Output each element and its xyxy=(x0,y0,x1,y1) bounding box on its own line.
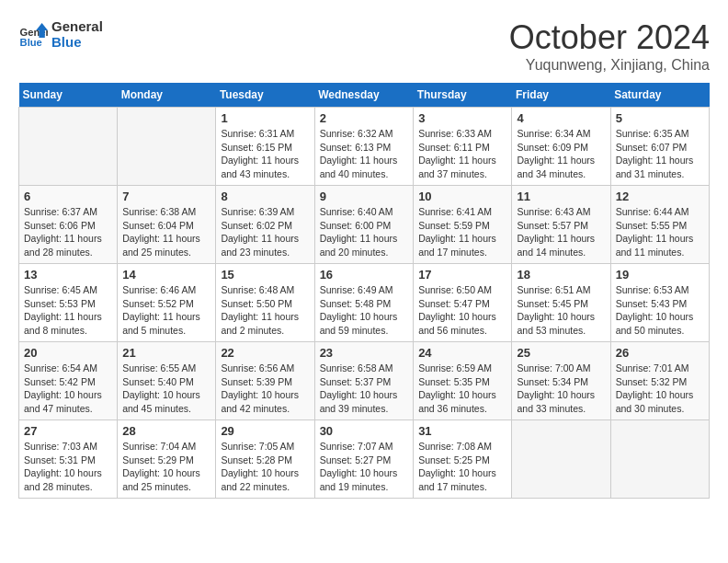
calendar-cell: 2Sunrise: 6:32 AM Sunset: 6:13 PM Daylig… xyxy=(314,108,414,186)
calendar-cell: 9Sunrise: 6:40 AM Sunset: 6:00 PM Daylig… xyxy=(314,186,414,264)
calendar-cell xyxy=(610,420,709,499)
day-info: Sunrise: 6:44 AM Sunset: 5:55 PM Dayligh… xyxy=(616,205,704,259)
day-header-monday: Monday xyxy=(118,83,216,108)
calendar-cell: 10Sunrise: 6:41 AM Sunset: 5:59 PM Dayli… xyxy=(414,186,512,264)
day-info: Sunrise: 6:43 AM Sunset: 5:57 PM Dayligh… xyxy=(517,205,605,259)
calendar-cell: 28Sunrise: 7:04 AM Sunset: 5:29 PM Dayli… xyxy=(118,420,216,499)
day-number: 22 xyxy=(221,346,309,360)
day-info: Sunrise: 6:40 AM Sunset: 6:00 PM Dayligh… xyxy=(320,205,409,259)
calendar-cell: 31Sunrise: 7:08 AM Sunset: 5:25 PM Dayli… xyxy=(414,420,512,499)
calendar-cell: 14Sunrise: 6:46 AM Sunset: 5:52 PM Dayli… xyxy=(118,264,216,342)
calendar-cell: 11Sunrise: 6:43 AM Sunset: 5:57 PM Dayli… xyxy=(512,186,610,264)
day-info: Sunrise: 6:32 AM Sunset: 6:13 PM Dayligh… xyxy=(320,127,409,181)
day-number: 27 xyxy=(24,424,112,438)
logo-icon: General Blue xyxy=(18,19,48,49)
day-info: Sunrise: 7:01 AM Sunset: 5:32 PM Dayligh… xyxy=(616,362,704,416)
day-number: 10 xyxy=(418,190,506,203)
day-info: Sunrise: 6:34 AM Sunset: 6:09 PM Dayligh… xyxy=(517,127,605,181)
day-info: Sunrise: 6:58 AM Sunset: 5:37 PM Dayligh… xyxy=(320,362,409,416)
day-number: 2 xyxy=(320,111,409,125)
day-number: 11 xyxy=(517,190,605,203)
calendar-cell: 20Sunrise: 6:54 AM Sunset: 5:42 PM Dayli… xyxy=(19,342,118,420)
calendar-table: SundayMondayTuesdayWednesdayThursdayFrid… xyxy=(18,83,710,499)
day-number: 25 xyxy=(517,346,605,360)
calendar-cell: 26Sunrise: 7:01 AM Sunset: 5:32 PM Dayli… xyxy=(610,342,709,420)
calendar-cell: 19Sunrise: 6:53 AM Sunset: 5:43 PM Dayli… xyxy=(610,264,709,342)
day-info: Sunrise: 6:35 AM Sunset: 6:07 PM Dayligh… xyxy=(616,127,704,181)
day-number: 15 xyxy=(221,268,309,282)
calendar-cell: 12Sunrise: 6:44 AM Sunset: 5:55 PM Dayli… xyxy=(610,186,709,264)
calendar-week-row: 27Sunrise: 7:03 AM Sunset: 5:31 PM Dayli… xyxy=(19,420,710,499)
calendar-cell: 6Sunrise: 6:37 AM Sunset: 6:06 PM Daylig… xyxy=(19,186,118,264)
day-info: Sunrise: 6:48 AM Sunset: 5:50 PM Dayligh… xyxy=(221,283,309,338)
day-info: Sunrise: 6:46 AM Sunset: 5:52 PM Dayligh… xyxy=(122,283,210,338)
day-number: 28 xyxy=(122,424,210,438)
day-number: 8 xyxy=(221,190,309,203)
day-info: Sunrise: 7:03 AM Sunset: 5:31 PM Dayligh… xyxy=(24,440,112,494)
month-title: October 2024 xyxy=(509,18,710,57)
day-number: 5 xyxy=(616,111,704,125)
logo: General Blue General Blue xyxy=(18,18,103,50)
day-number: 14 xyxy=(122,268,210,282)
location: Yuqunweng, Xinjiang, China xyxy=(509,57,710,74)
day-number: 16 xyxy=(320,268,409,282)
day-header-saturday: Saturday xyxy=(610,83,709,108)
title-block: October 2024 Yuqunweng, Xinjiang, China xyxy=(509,18,710,74)
day-info: Sunrise: 6:41 AM Sunset: 5:59 PM Dayligh… xyxy=(418,205,506,259)
day-number: 18 xyxy=(517,268,605,282)
day-info: Sunrise: 6:38 AM Sunset: 6:04 PM Dayligh… xyxy=(122,205,210,259)
day-number: 30 xyxy=(320,424,409,438)
day-number: 29 xyxy=(221,424,309,438)
logo-line1: General xyxy=(51,18,103,34)
day-info: Sunrise: 6:39 AM Sunset: 6:02 PM Dayligh… xyxy=(221,205,309,259)
day-number: 21 xyxy=(122,346,210,360)
calendar-cell xyxy=(19,108,118,186)
calendar-cell: 29Sunrise: 7:05 AM Sunset: 5:28 PM Dayli… xyxy=(216,420,314,499)
day-number: 7 xyxy=(122,190,210,203)
day-info: Sunrise: 6:53 AM Sunset: 5:43 PM Dayligh… xyxy=(616,283,704,338)
day-number: 3 xyxy=(418,111,506,125)
day-number: 20 xyxy=(24,346,112,360)
day-header-sunday: Sunday xyxy=(19,83,118,108)
day-info: Sunrise: 6:50 AM Sunset: 5:47 PM Dayligh… xyxy=(418,283,506,338)
calendar-cell: 17Sunrise: 6:50 AM Sunset: 5:47 PM Dayli… xyxy=(414,264,512,342)
day-info: Sunrise: 7:08 AM Sunset: 5:25 PM Dayligh… xyxy=(418,440,506,494)
day-number: 13 xyxy=(24,268,112,282)
calendar-cell: 24Sunrise: 6:59 AM Sunset: 5:35 PM Dayli… xyxy=(414,342,512,420)
day-number: 26 xyxy=(616,346,704,360)
calendar-cell: 7Sunrise: 6:38 AM Sunset: 6:04 PM Daylig… xyxy=(118,186,216,264)
day-number: 12 xyxy=(616,190,704,203)
day-info: Sunrise: 6:54 AM Sunset: 5:42 PM Dayligh… xyxy=(24,362,112,416)
day-number: 17 xyxy=(418,268,506,282)
day-info: Sunrise: 6:56 AM Sunset: 5:39 PM Dayligh… xyxy=(221,362,309,416)
day-info: Sunrise: 6:45 AM Sunset: 5:53 PM Dayligh… xyxy=(24,283,112,338)
day-info: Sunrise: 7:04 AM Sunset: 5:29 PM Dayligh… xyxy=(122,440,210,494)
day-info: Sunrise: 6:31 AM Sunset: 6:15 PM Dayligh… xyxy=(221,127,309,181)
day-number: 4 xyxy=(517,111,605,125)
day-info: Sunrise: 6:49 AM Sunset: 5:48 PM Dayligh… xyxy=(320,283,409,338)
calendar-cell: 16Sunrise: 6:49 AM Sunset: 5:48 PM Dayli… xyxy=(314,264,414,342)
calendar-cell: 27Sunrise: 7:03 AM Sunset: 5:31 PM Dayli… xyxy=(19,420,118,499)
day-number: 1 xyxy=(221,111,309,125)
day-number: 9 xyxy=(320,190,409,203)
calendar-week-row: 20Sunrise: 6:54 AM Sunset: 5:42 PM Dayli… xyxy=(19,342,710,420)
calendar-cell xyxy=(118,108,216,186)
day-header-thursday: Thursday xyxy=(414,83,512,108)
day-info: Sunrise: 7:05 AM Sunset: 5:28 PM Dayligh… xyxy=(221,440,309,494)
calendar-cell: 30Sunrise: 7:07 AM Sunset: 5:27 PM Dayli… xyxy=(314,420,414,499)
calendar-cell: 22Sunrise: 6:56 AM Sunset: 5:39 PM Dayli… xyxy=(216,342,314,420)
day-number: 19 xyxy=(616,268,704,282)
day-number: 6 xyxy=(24,190,112,203)
day-header-tuesday: Tuesday xyxy=(216,83,314,108)
calendar-cell: 13Sunrise: 6:45 AM Sunset: 5:53 PM Dayli… xyxy=(19,264,118,342)
day-number: 31 xyxy=(418,424,506,438)
day-header-friday: Friday xyxy=(512,83,610,108)
calendar-cell: 1Sunrise: 6:31 AM Sunset: 6:15 PM Daylig… xyxy=(216,108,314,186)
page-header: General Blue General Blue October 2024 Y… xyxy=(18,18,710,74)
day-info: Sunrise: 6:37 AM Sunset: 6:06 PM Dayligh… xyxy=(24,205,112,259)
calendar-week-row: 13Sunrise: 6:45 AM Sunset: 5:53 PM Dayli… xyxy=(19,264,710,342)
calendar-cell: 25Sunrise: 7:00 AM Sunset: 5:34 PM Dayli… xyxy=(512,342,610,420)
day-header-wednesday: Wednesday xyxy=(314,83,414,108)
day-info: Sunrise: 7:07 AM Sunset: 5:27 PM Dayligh… xyxy=(320,440,409,494)
calendar-cell: 15Sunrise: 6:48 AM Sunset: 5:50 PM Dayli… xyxy=(216,264,314,342)
